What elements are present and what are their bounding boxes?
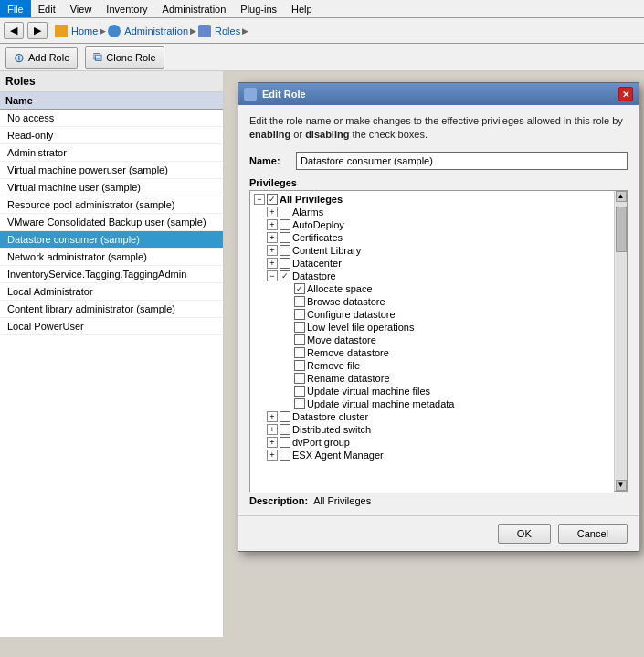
label-all-privileges: All Privileges <box>280 194 343 205</box>
menu-file[interactable]: File <box>0 0 31 17</box>
tree-item-move-datastore[interactable]: Move datastore <box>252 334 612 346</box>
scroll-track[interactable] <box>616 202 627 480</box>
checkbox-allocate-space[interactable] <box>294 283 305 294</box>
roles-item-local-poweruser[interactable]: Local PowerUser <box>0 318 223 335</box>
checkbox-remove-file[interactable] <box>294 360 305 371</box>
checkbox-low-level-file-ops[interactable] <box>294 322 305 333</box>
tree-item-remove-datastore[interactable]: Remove datastore <box>252 346 612 359</box>
expander-content-library[interactable]: + <box>267 245 278 256</box>
menu-help[interactable]: Help <box>284 0 320 17</box>
roles-item-datastore-consumer[interactable]: Datastore consumer (sample) <box>0 231 223 249</box>
checkbox-browse-datastore[interactable] <box>294 296 305 307</box>
tree-item-update-vm-metadata[interactable]: Update virtual machine metadata <box>252 397 612 410</box>
add-role-button[interactable]: ⊕ Add Role <box>5 47 78 69</box>
cancel-button[interactable]: Cancel <box>558 524 628 544</box>
tree-item-datastore[interactable]: − Datastore <box>252 270 612 282</box>
roles-item-administrator[interactable]: Administrator <box>0 144 223 162</box>
clone-role-button[interactable]: ⧉ Clone Role <box>85 46 164 69</box>
checkbox-all-privileges[interactable] <box>267 194 278 205</box>
scroll-thumb[interactable] <box>616 207 627 252</box>
description-value: All Privileges <box>313 495 371 506</box>
roles-item-read-only[interactable]: Read-only <box>0 127 223 144</box>
ok-button[interactable]: OK <box>498 524 551 544</box>
tree-item-rename-datastore[interactable]: Rename datastore <box>252 372 612 385</box>
checkbox-remove-datastore[interactable] <box>294 347 305 358</box>
checkbox-distributed-switch[interactable] <box>280 424 290 435</box>
label-datastore-cluster: Datastore cluster <box>292 411 368 422</box>
expander-all-privileges[interactable]: − <box>254 194 265 205</box>
checkbox-update-vm-files[interactable] <box>294 386 305 397</box>
breadcrumb-admin[interactable]: Administration <box>124 26 188 37</box>
expander-datacenter[interactable]: + <box>267 258 278 269</box>
privileges-label: Privileges <box>249 177 628 188</box>
expander-dvport-group[interactable]: + <box>267 437 278 448</box>
checkbox-certificates[interactable] <box>280 232 290 243</box>
checkbox-datacenter[interactable] <box>280 258 290 269</box>
roles-item-vmware-backup[interactable]: VMware Consolidated Backup user (sample) <box>0 214 223 231</box>
checkbox-datastore[interactable] <box>280 270 290 281</box>
menu-inventory[interactable]: Inventory <box>99 0 154 17</box>
tree-item-autodeploy[interactable]: + AutoDeploy <box>252 218 612 231</box>
tree-item-low-level-file-ops[interactable]: Low level file operations <box>252 321 612 334</box>
label-remove-datastore: Remove datastore <box>307 347 389 358</box>
expander-certificates[interactable]: + <box>267 232 278 243</box>
checkbox-configure-datastore[interactable] <box>294 309 305 320</box>
roles-item-resource-pool-admin[interactable]: Resource pool administrator (sample) <box>0 196 223 214</box>
menu-view[interactable]: View <box>63 0 100 17</box>
toolbar: ◀ ▶ Home ▶ Administration ▶ Roles ▶ <box>0 18 644 44</box>
roles-item-tagging-admin[interactable]: InventoryService.Tagging.TaggingAdmin <box>0 266 223 283</box>
name-input[interactable] <box>296 152 628 170</box>
scroll-up-button[interactable]: ▲ <box>616 191 627 202</box>
tree-item-allocate-space[interactable]: Allocate space <box>252 282 612 295</box>
checkbox-autodeploy[interactable] <box>280 219 290 230</box>
add-role-icon: ⊕ <box>14 50 25 65</box>
breadcrumb-home[interactable]: Home <box>71 26 98 37</box>
checkbox-dvport-group[interactable] <box>280 437 290 448</box>
menu-administration[interactable]: Administration <box>155 0 234 17</box>
checkbox-content-library[interactable] <box>280 245 290 256</box>
modal-close-button[interactable]: ✕ <box>618 87 633 101</box>
tree-item-remove-file[interactable]: Remove file <box>252 359 612 372</box>
back-button[interactable]: ◀ <box>4 22 24 39</box>
roles-item-content-library-admin[interactable]: Content library administrator (sample) <box>0 301 223 318</box>
tree-item-certificates[interactable]: + Certificates <box>252 231 612 244</box>
tree-item-datastore-cluster[interactable]: + Datastore cluster <box>252 410 612 423</box>
checkbox-alarms[interactable] <box>280 207 290 217</box>
tree-item-alarms[interactable]: + Alarms <box>252 206 612 218</box>
menu-plugins[interactable]: Plug-ins <box>233 0 284 17</box>
expander-alarms[interactable]: + <box>267 207 278 217</box>
tree-item-configure-datastore[interactable]: Configure datastore <box>252 308 612 321</box>
label-update-vm-files: Update virtual machine files <box>307 386 430 397</box>
tree-item-all-privileges[interactable]: − All Privileges <box>252 193 612 206</box>
checkbox-update-vm-metadata[interactable] <box>294 398 305 409</box>
tree-item-content-library[interactable]: + Content Library <box>252 244 612 257</box>
expander-autodeploy[interactable]: + <box>267 219 278 230</box>
roles-item-vm-poweruser[interactable]: Virtual machine poweruser (sample) <box>0 162 223 179</box>
expander-distributed-switch[interactable]: + <box>267 424 278 435</box>
tree-item-dvport-group[interactable]: + dvPort group <box>252 436 612 449</box>
checkbox-datastore-cluster[interactable] <box>280 411 290 422</box>
roles-item-vm-user[interactable]: Virtual machine user (sample) <box>0 179 223 196</box>
tree-item-update-vm-files[interactable]: Update virtual machine files <box>252 385 612 397</box>
forward-button[interactable]: ▶ <box>27 22 48 39</box>
tree-item-datacenter[interactable]: + Datacenter <box>252 257 612 270</box>
expander-datastore[interactable]: − <box>267 270 278 281</box>
checkbox-esx-agent-manager[interactable] <box>280 450 290 461</box>
roles-item-no-access[interactable]: No access <box>0 110 223 127</box>
tree-item-browse-datastore[interactable]: Browse datastore <box>252 295 612 308</box>
menu-edit[interactable]: Edit <box>31 0 63 17</box>
tree-container[interactable]: − All Privileges + Alarms + <box>250 191 614 493</box>
tree-item-esx-agent-manager[interactable]: + ESX Agent Manager <box>252 449 612 461</box>
scrollbar[interactable]: ▲ ▼ <box>614 191 627 491</box>
name-label: Name: <box>249 155 290 166</box>
roles-item-network-admin[interactable]: Network administrator (sample) <box>0 249 223 266</box>
tree-item-distributed-switch[interactable]: + Distributed switch <box>252 423 612 436</box>
checkbox-rename-datastore[interactable] <box>294 373 305 384</box>
expander-datastore-cluster[interactable]: + <box>267 411 278 422</box>
roles-item-local-admin[interactable]: Local Administrator <box>0 283 223 301</box>
scroll-down-button[interactable]: ▼ <box>616 480 627 491</box>
breadcrumb-roles[interactable]: Roles <box>215 26 240 37</box>
modal-title: Edit Role <box>244 88 306 101</box>
checkbox-move-datastore[interactable] <box>294 334 305 345</box>
expander-esx-agent-manager[interactable]: + <box>267 450 278 461</box>
